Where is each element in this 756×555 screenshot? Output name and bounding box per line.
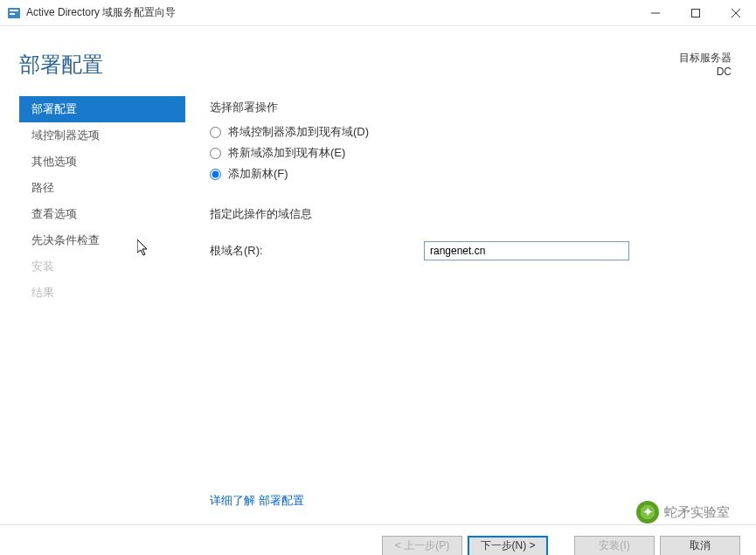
close-button[interactable] bbox=[716, 0, 756, 25]
sidebar-item-6: 安装 bbox=[19, 253, 185, 280]
operation-radio-label-2: 添加新林(F) bbox=[228, 166, 288, 182]
target-server-value: DC bbox=[679, 66, 732, 78]
window-title: Active Directory 域服务配置向导 bbox=[26, 5, 635, 20]
sidebar-item-7: 结果 bbox=[19, 280, 185, 306]
window-controls bbox=[635, 0, 756, 25]
operation-radio-label-0: 将域控制器添加到现有域(D) bbox=[228, 124, 369, 140]
sidebar-item-3[interactable]: 路径 bbox=[19, 175, 185, 201]
learn-more-link[interactable]: 详细了解 部署配置 bbox=[210, 493, 732, 509]
operation-radio-group: 将域控制器添加到现有域(D)将新域添加到现有林(E)添加新林(F) bbox=[210, 124, 732, 187]
operation-radio-input-1[interactable] bbox=[210, 148, 221, 159]
target-server-label: 目标服务器 bbox=[679, 51, 732, 66]
operation-radio-0[interactable]: 将域控制器添加到现有域(D) bbox=[210, 124, 732, 140]
svg-rect-4 bbox=[692, 9, 700, 17]
operation-radio-label-1: 将新域添加到现有林(E) bbox=[228, 145, 345, 161]
svg-rect-1 bbox=[10, 10, 18, 11]
page-title: 部署配置 bbox=[19, 51, 103, 79]
sidebar-item-2[interactable]: 其他选项 bbox=[19, 149, 185, 175]
form-area: 选择部署操作 将域控制器添加到现有域(D)将新域添加到现有林(E)添加新林(F)… bbox=[185, 96, 732, 524]
cancel-button[interactable]: 取消 bbox=[660, 536, 740, 556]
sidebar-item-5[interactable]: 先决条件检查 bbox=[19, 227, 185, 253]
sidebar: 部署配置域控制器选项其他选项路径查看选项先决条件检查安装结果 bbox=[19, 96, 185, 524]
app-icon bbox=[7, 6, 21, 20]
domain-info-label: 指定此操作的域信息 bbox=[210, 206, 732, 222]
root-domain-input[interactable] bbox=[424, 241, 629, 260]
previous-button[interactable]: < 上一步(P) bbox=[382, 536, 462, 556]
maximize-button[interactable] bbox=[676, 0, 716, 25]
operation-radio-input-2[interactable] bbox=[210, 169, 221, 180]
sidebar-item-1[interactable]: 域控制器选项 bbox=[19, 122, 185, 149]
titlebar: Active Directory 域服务配置向导 bbox=[0, 0, 756, 26]
sidebar-item-4[interactable]: 查看选项 bbox=[19, 201, 185, 227]
sidebar-item-0[interactable]: 部署配置 bbox=[19, 96, 185, 122]
operation-radio-input-0[interactable] bbox=[210, 127, 221, 138]
root-domain-label: 根域名(R): bbox=[210, 243, 424, 259]
operation-radio-1[interactable]: 将新域添加到现有林(E) bbox=[210, 145, 732, 161]
target-server-info: 目标服务器 DC bbox=[679, 51, 732, 79]
operation-section-label: 选择部署操作 bbox=[210, 100, 732, 115]
operation-radio-2[interactable]: 添加新林(F) bbox=[210, 166, 732, 182]
minimize-button[interactable] bbox=[635, 0, 676, 25]
next-button[interactable]: 下一步(N) > bbox=[468, 536, 548, 556]
footer: < 上一步(P) 下一步(N) > 安装(I) 取消 bbox=[0, 524, 756, 555]
svg-rect-2 bbox=[10, 13, 15, 15]
root-domain-row: 根域名(R): bbox=[210, 241, 732, 260]
install-button[interactable]: 安装(I) bbox=[574, 536, 655, 556]
